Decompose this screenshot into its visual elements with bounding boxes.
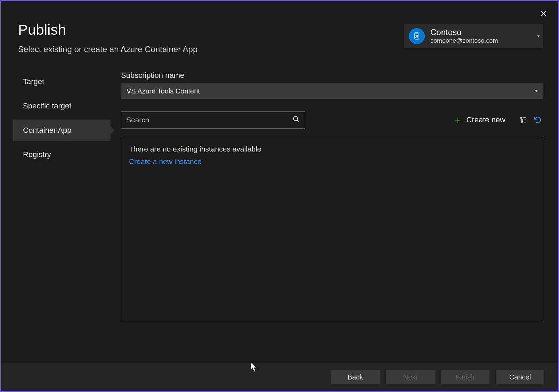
search-icon: [292, 115, 300, 124]
svg-rect-8: [521, 119, 523, 121]
create-new-label: Create new: [466, 115, 505, 124]
account-name: Contoso: [430, 28, 538, 37]
subscription-label: Subscription name: [121, 71, 543, 80]
refresh-icon: [534, 116, 542, 124]
account-badge-icon: [409, 28, 425, 44]
svg-rect-2: [415, 33, 419, 39]
account-email: someone@contoso.com: [430, 37, 538, 44]
back-button[interactable]: Back: [331, 370, 380, 384]
sidebar-item-label: Specific target: [23, 101, 71, 110]
sidebar-item-registry[interactable]: Registry: [13, 144, 111, 165]
svg-point-3: [416, 35, 418, 37]
refresh-button[interactable]: [533, 115, 543, 125]
svg-point-4: [293, 116, 298, 121]
main-panel: Subscription name VS Azure Tools Content…: [111, 71, 558, 321]
svg-rect-6: [520, 117, 522, 119]
svg-rect-10: [521, 122, 523, 123]
chevron-down-icon: ▾: [537, 34, 540, 39]
wizard-steps-sidebar: Target Specific target Container App Reg…: [13, 71, 111, 321]
subscription-value: VS Azure Tools Content: [127, 87, 200, 95]
search-input[interactable]: [126, 116, 292, 124]
sidebar-item-container-app[interactable]: Container App: [13, 120, 111, 141]
sidebar-item-label: Container App: [23, 126, 71, 134]
next-button: Next: [386, 370, 435, 384]
svg-line-5: [297, 120, 299, 122]
account-text: Contoso someone@contoso.com: [430, 28, 538, 44]
create-instance-link[interactable]: Create a new instance: [129, 157, 202, 166]
create-new-button[interactable]: ＋ Create new: [453, 113, 505, 126]
empty-instances-message: There are no existing instances availabl…: [129, 145, 535, 153]
account-picker[interactable]: Contoso someone@contoso.com ▾: [404, 24, 543, 48]
sidebar-item-label: Registry: [23, 150, 51, 159]
back-label: Back: [348, 373, 363, 381]
cancel-label: Cancel: [509, 373, 531, 381]
sidebar-item-label: Target: [23, 77, 44, 86]
dialog-footer: Back Next Finish Cancel: [1, 363, 558, 391]
sidebar-item-target[interactable]: Target: [13, 71, 111, 92]
finish-label: Finish: [456, 373, 474, 381]
view-mode-button[interactable]: [518, 115, 528, 125]
sidebar-item-specific-target[interactable]: Specific target: [13, 95, 111, 117]
close-icon: [540, 10, 546, 17]
close-button[interactable]: [538, 8, 549, 19]
plus-icon: ＋: [453, 113, 463, 126]
next-label: Next: [403, 373, 417, 381]
chevron-down-icon: ▾: [535, 89, 537, 93]
subscription-dropdown[interactable]: VS Azure Tools Content ▾: [121, 83, 543, 99]
search-box[interactable]: [121, 111, 305, 129]
tree-list-icon: [519, 116, 527, 124]
finish-button: Finish: [441, 370, 489, 384]
cancel-button[interactable]: Cancel: [496, 370, 544, 384]
instances-panel: There are no existing instances availabl…: [121, 137, 543, 321]
